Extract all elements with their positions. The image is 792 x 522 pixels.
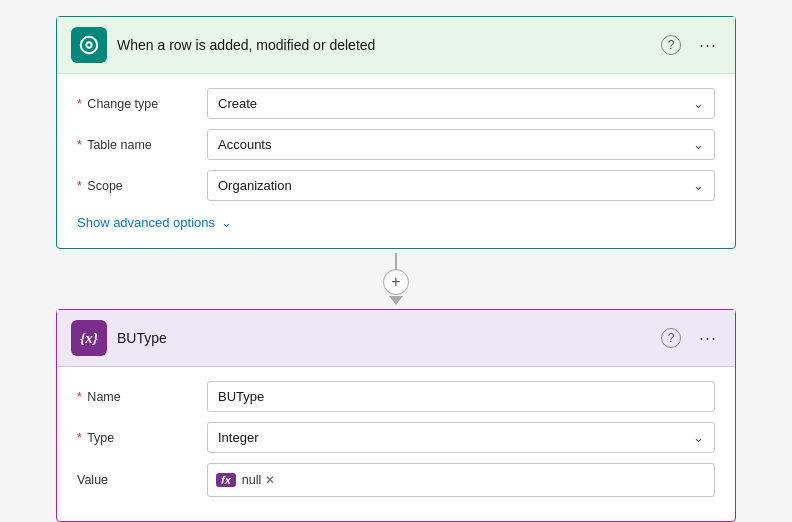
required-star: * [77,138,82,152]
connector: + [383,253,409,305]
action-actions: ? ··· [657,326,721,351]
change-type-chevron: ⌄ [693,96,704,111]
fx-badge: fx [216,473,236,487]
trigger-actions: ? ··· [657,33,721,58]
connector-arrow [389,296,403,305]
trigger-help-button[interactable]: ? [657,33,685,57]
scope-control: Organization ⌄ [207,170,715,201]
scope-label: * Scope [77,179,207,193]
type-chevron: ⌄ [693,430,704,445]
action-card: {x} BUType ? ··· * Name * Type [56,309,736,522]
action-card-header: {x} BUType ? ··· [57,310,735,367]
scope-chevron: ⌄ [693,178,704,193]
action-more-button[interactable]: ··· [695,326,721,351]
required-star: * [77,390,82,404]
value-control: fx null ✕ [207,463,715,497]
trigger-icon [71,27,107,63]
required-star: * [77,97,82,111]
null-close-button[interactable]: ✕ [265,473,275,487]
show-advanced-button[interactable]: Show advanced options ⌄ [77,211,232,234]
field-scope: * Scope Organization ⌄ [77,170,715,201]
action-icon: {x} [71,320,107,356]
trigger-more-button[interactable]: ··· [695,33,721,58]
change-type-label: * Change type [77,97,207,111]
scope-select[interactable]: Organization ⌄ [207,170,715,201]
change-type-control: Create ⌄ [207,88,715,119]
trigger-title: When a row is added, modified or deleted [117,37,647,53]
required-star: * [77,431,82,445]
type-label: * Type [77,431,207,445]
field-table-name: * Table name Accounts ⌄ [77,129,715,160]
field-value: Value fx null ✕ [77,463,715,497]
action-title: BUType [117,330,647,346]
add-step-button[interactable]: + [383,269,409,295]
type-control: Integer ⌄ [207,422,715,453]
trigger-card-body: * Change type Create ⌄ * Table name Acco… [57,74,735,248]
required-star: * [77,179,82,193]
change-type-select[interactable]: Create ⌄ [207,88,715,119]
field-name: * Name [77,381,715,412]
name-label: * Name [77,390,207,404]
field-change-type: * Change type Create ⌄ [77,88,715,119]
value-label: Value [77,473,207,487]
trigger-card-header: When a row is added, modified or deleted… [57,17,735,74]
name-control [207,381,715,412]
advanced-chevron-icon: ⌄ [221,215,232,230]
svg-point-1 [87,43,91,47]
connector-line-top [395,253,397,269]
table-name-select[interactable]: Accounts ⌄ [207,129,715,160]
table-name-label: * Table name [77,138,207,152]
null-tag: null ✕ [242,473,275,487]
field-type: * Type Integer ⌄ [77,422,715,453]
action-help-button[interactable]: ? [657,326,685,350]
value-box[interactable]: fx null ✕ [207,463,715,497]
action-card-body: * Name * Type Integer ⌄ Value [57,367,735,521]
trigger-card: When a row is added, modified or deleted… [56,16,736,249]
name-input[interactable] [207,381,715,412]
type-select[interactable]: Integer ⌄ [207,422,715,453]
table-name-control: Accounts ⌄ [207,129,715,160]
table-name-chevron: ⌄ [693,137,704,152]
